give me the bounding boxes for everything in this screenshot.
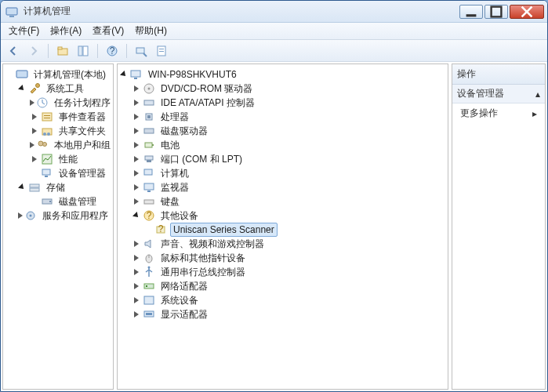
device-category[interactable]: 显示适配器 [132,307,446,321]
expand-icon[interactable] [132,310,141,319]
collapse-icon[interactable] [17,84,27,93]
device-category[interactable]: 通用串行总线控制器 [132,265,446,279]
show-hide-tree-button[interactable] [75,43,91,59]
device-category[interactable]: DVD/CD-ROM 驱动器 [132,82,446,96]
menu-file[interactable]: 文件(F) [4,23,44,39]
scan-hardware-button[interactable] [133,43,149,59]
device-category[interactable]: 磁盘驱动器 [132,124,446,138]
tree-task-scheduler[interactable]: 任务计划程序 [30,96,111,110]
computer-icon [130,68,143,81]
tree-system-tools[interactable]: 系统工具 [17,82,111,96]
device-category[interactable]: 电池 [132,138,446,152]
actions-more[interactable]: 更多操作 ▸ [452,103,545,123]
device-category[interactable]: IDE ATA/ATAPI 控制器 [132,96,446,110]
expand-icon[interactable] [132,183,141,192]
tree-device-manager[interactable]: 设备管理器 [30,166,111,180]
svg-point-33 [30,215,32,217]
window-title: 计算机管理 [24,5,71,18]
svg-rect-14 [16,71,27,78]
svg-rect-12 [159,49,164,49]
toolbar-separator [48,44,49,58]
svg-point-15 [36,84,40,88]
device-category[interactable]: 监视器 [132,180,446,194]
tree-local-users[interactable]: 本地用户和组 [30,138,111,152]
up-button[interactable] [55,43,71,59]
device-category[interactable]: 端口 (COM 和 LPT) [132,152,446,166]
expand-icon[interactable] [132,296,141,305]
tree-storage[interactable]: 存储 [17,180,111,194]
svg-rect-57 [144,284,154,289]
forward-button[interactable] [26,43,42,59]
expand-icon[interactable] [30,154,39,164]
expand-icon[interactable] [132,112,141,122]
tree-root[interactable]: 计算机管理(本地) [5,67,111,82]
device-category[interactable]: 计算机 [132,166,446,180]
expand-icon[interactable] [132,281,141,291]
toolbar-separator [126,44,127,58]
actions-section[interactable]: 设备管理器 ▴ [452,85,545,103]
tree-performance[interactable]: 性能 [30,152,111,166]
system-devices-icon [143,294,155,307]
close-button[interactable] [510,5,544,19]
svg-rect-26 [42,169,50,175]
minimize-button[interactable] [459,5,483,19]
device-category-other[interactable]: ?其他设备 [132,209,446,223]
tree-services-apps[interactable]: 服务和应用程序 [17,209,111,223]
collapse-icon[interactable] [119,70,129,79]
device-category[interactable]: 系统设备 [132,293,446,307]
menu-view[interactable]: 查看(V) [88,23,129,39]
tools-icon [28,82,41,95]
expand-icon[interactable] [132,126,141,136]
tree-label: 其他设备 [158,208,201,224]
device-root[interactable]: WIN-P98SHKVHUT6 [119,67,446,82]
device-category[interactable]: 处理器 [132,110,446,124]
titlebar: 计算机管理 [1,1,547,23]
expand-icon[interactable] [132,239,141,249]
menu-help[interactable]: 帮助(H) [130,23,172,39]
console-tree[interactable]: 计算机管理(本地) 系统工具 任务计划程序 事件查看器 共享文件夹 本地用户和组… [3,64,113,226]
expand-icon[interactable] [30,140,34,150]
disk-drive-icon [143,125,155,137]
svg-point-23 [38,141,43,146]
chevron-up-icon: ▴ [535,89,540,100]
device-category[interactable]: 键盘 [132,194,446,209]
svg-point-56 [148,267,151,269]
app-icon [5,5,18,18]
tree-disk-mgmt[interactable]: 磁盘管理 [30,194,111,209]
device-category[interactable]: 鼠标和其他指针设备 [132,251,446,265]
svg-point-37 [148,88,151,90]
svg-rect-44 [145,156,153,160]
collapse-icon[interactable] [17,183,27,192]
maximize-button[interactable] [484,5,508,19]
device-category[interactable]: 声音、视频和游戏控制器 [132,237,446,251]
svg-rect-38 [144,100,154,105]
collapse-icon[interactable] [132,211,141,220]
expand-icon[interactable] [30,98,34,107]
computer-icon [143,167,155,180]
expand-icon[interactable] [30,126,39,136]
tree-event-viewer[interactable]: 事件查看器 [30,110,111,124]
expand-icon[interactable] [132,140,141,150]
device-category[interactable]: 网络适配器 [132,279,446,293]
expand-icon[interactable] [132,267,141,277]
expand-icon[interactable] [30,112,39,122]
svg-point-21 [43,132,46,136]
expand-icon[interactable] [132,197,141,206]
help-button[interactable]: ? [104,43,120,59]
expand-icon[interactable] [132,169,141,178]
expand-icon[interactable] [17,211,23,220]
back-button[interactable] [5,43,21,59]
device-item-uniscan[interactable]: ?Uniscan Series Scanner [144,223,446,237]
expand-icon[interactable] [132,98,141,107]
svg-rect-47 [144,183,154,190]
tree-shared-folders[interactable]: 共享文件夹 [30,124,111,138]
expand-icon[interactable] [132,84,141,93]
users-icon [36,139,49,151]
properties-button[interactable] [154,43,169,59]
device-tree[interactable]: WIN-P98SHKVHUT6 DVD/CD-ROM 驱动器 IDE ATA/A… [118,64,448,325]
services-icon [24,209,37,222]
expand-icon[interactable] [132,253,141,263]
expand-icon[interactable] [132,154,141,164]
menu-action[interactable]: 操作(A) [45,23,86,39]
svg-rect-59 [144,296,154,304]
